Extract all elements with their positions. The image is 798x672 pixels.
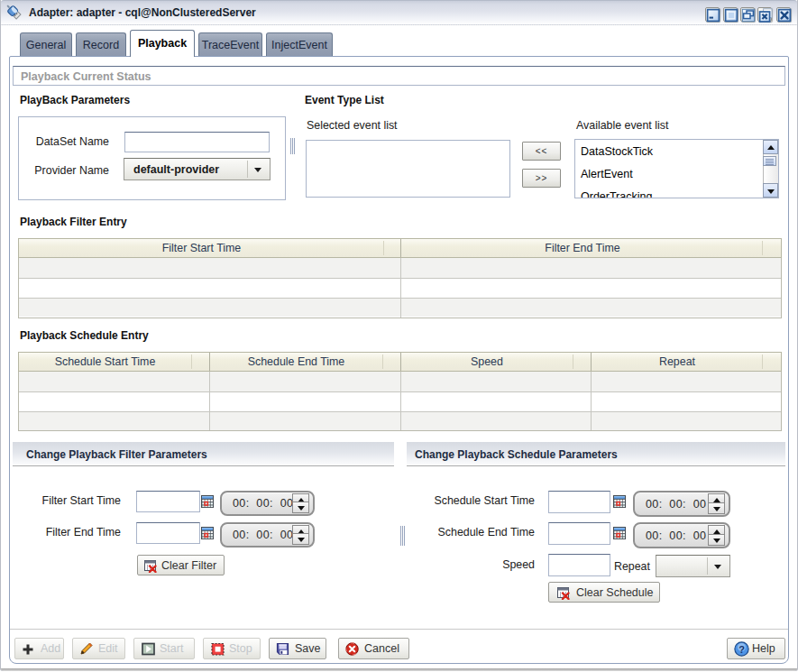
- svg-text:?: ?: [738, 644, 745, 655]
